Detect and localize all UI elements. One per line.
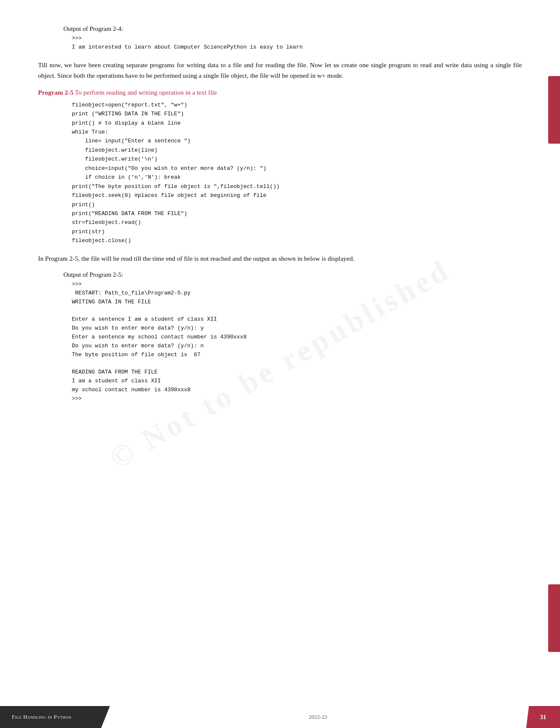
red-tab-bottom xyxy=(548,584,560,652)
footer-page-number: 31 xyxy=(526,706,560,728)
red-tab-top xyxy=(548,76,560,144)
footer-left-text: File Handling in Python xyxy=(12,714,71,720)
footer: File Handling in Python 2022-23 31 xyxy=(0,706,560,728)
program-25-code: fileobject=open("report.txt", "w+") prin… xyxy=(72,101,522,245)
prose-paragraph-1: Till now, we have been creating separate… xyxy=(38,60,522,81)
program-25-title: Program 2-5 To perform reading and writi… xyxy=(38,89,522,96)
page: © Not to be republished Output of Progra… xyxy=(0,0,560,728)
output-25-code: >>> RESTART: Path_to_file\Program2-5.py … xyxy=(72,280,522,403)
prose-paragraph-2: In Program 2-5, the file will be read ti… xyxy=(38,253,522,264)
program-25-label: Program 2-5 xyxy=(38,89,74,96)
output-25-title: Output of Program 2-5: xyxy=(63,271,522,278)
output-24-code: >>> I am interested to learn about Compu… xyxy=(72,34,522,52)
footer-chapter-label: File Handling in Python xyxy=(0,706,110,728)
footer-center-text: 2022-23 xyxy=(309,714,327,720)
footer-year: 2022-23 xyxy=(110,706,526,728)
output-24-title: Output of Program 2-4: xyxy=(63,25,522,33)
program-25-desc: To perform reading and writing operation… xyxy=(74,89,217,96)
page-number-text: 31 xyxy=(540,714,546,721)
